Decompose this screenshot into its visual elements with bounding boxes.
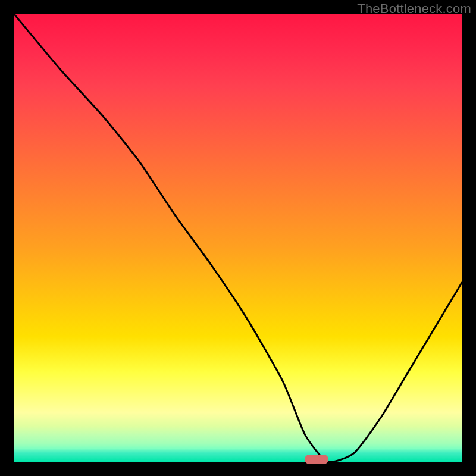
chart-frame: TheBottleneck.com xyxy=(0,0,476,476)
bottleneck-curve xyxy=(14,14,462,462)
optimal-marker xyxy=(305,455,328,464)
plot-area xyxy=(14,14,462,462)
